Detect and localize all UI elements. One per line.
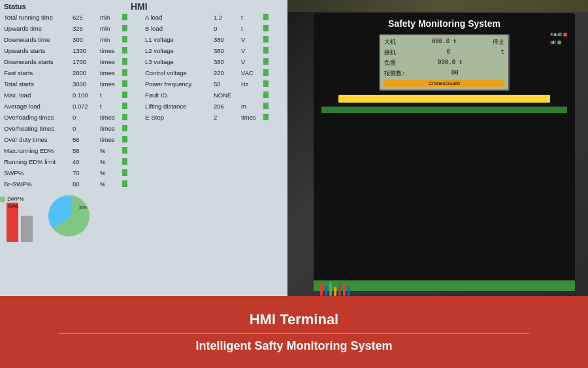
lcd-row-4: 报警数: 00 [384,69,504,78]
row-unit: t [241,25,262,32]
row-indicator [263,80,269,87]
lcd-screen: 大机 000.0 t 停止 接机 0 t 负重 000.0 t [379,34,510,91]
left-data-row: SWP% 70 % [4,167,142,178]
device-panel: Safety Monitoring System Fault ok [314,13,575,290]
row-label: Overloading times [4,114,73,121]
row-indicator [122,114,127,120]
row-indicator [263,58,269,65]
row-label: Lifting distance [145,103,214,110]
row-label: Total starts [4,80,73,88]
left-data-row: Max. load 0.100 t [4,90,142,100]
row-unit: times [241,114,262,121]
left-data-row: Downwards time 300 min [4,34,142,44]
right-data-row: Fault ID. NONE [145,90,284,100]
lcd-r4-mid: 00 [451,69,459,78]
ok-dot [557,41,561,44]
row-label: L2 voltage [145,47,214,54]
row-indicator [122,69,127,76]
lcd-r3-left: 负重 [384,59,396,67]
right-data-row: A load 1.2 t [145,12,284,22]
row-indicator [122,158,127,165]
row-value: 0 [73,125,100,132]
lcd-r1-right: 停止 [493,38,504,46]
lcd-r1-mid: 000.0 t [432,38,457,46]
row-indicator [122,25,127,31]
row-value: 40 [73,158,100,165]
row-indicator [263,14,269,20]
row-indicator [122,47,127,54]
bar-gray [21,216,33,242]
row-value: 0 [73,114,100,121]
fault-dot [563,33,567,37]
safety-monitoring-title: Safety Monitoring System [319,18,570,29]
row-indicator [122,36,127,42]
left-data-row: Max.running ED% 58 % [4,145,142,156]
row-label: SWP% [4,169,73,176]
row-unit: times [100,47,121,54]
lcd-r1-left: 大机 [384,38,396,46]
row-value: 300 [73,36,100,43]
fault-label: Fault [550,31,562,37]
banner-divider [59,333,529,334]
yellow-strip [338,95,550,103]
svg-text:30%: 30% [79,205,88,209]
row-value: NONE [214,92,241,99]
bottom-banner: HMI Terminal Intelligent Safty Monitorin… [0,296,588,368]
legend-swp-label: SWP% [7,196,24,202]
row-indicator [263,92,269,98]
row-indicator [122,80,127,87]
row-indicator [122,103,127,109]
row-indicator [122,169,127,176]
row-unit: % [100,180,121,188]
row-label: Br-SWP% [4,180,73,188]
main-container: Status Total running time 625 min Upward… [0,0,588,368]
row-unit: V [241,36,262,43]
row-label: Upwards starts [4,47,73,54]
left-data-row: Total starts 3000 times [4,78,142,89]
row-unit: Hz [241,80,262,88]
row-unit: t [100,92,121,99]
row-label: Fast starts [4,69,73,76]
row-label: Running ED% limit [4,158,73,165]
left-data-row: Fast starts 2800 times [4,67,142,78]
row-unit: times [100,58,121,65]
row-value: 80 [73,180,100,188]
left-data-row: Average load 0.072 t [4,101,142,111]
right-data-row: Power frequency 50 Hz [145,78,284,89]
row-indicator [263,114,269,120]
lcd-row-2: 接机 0 t [384,48,504,57]
row-unit: times [100,114,121,121]
row-unit: t [241,14,262,21]
wire-green [329,282,332,296]
row-value: 50 [214,80,241,88]
row-unit: V [241,47,262,54]
row-indicator [263,36,269,42]
row-unit: % [100,169,121,176]
lcd-row-1: 大机 000.0 t 停止 [384,38,504,46]
wire-orange [334,287,336,296]
row-unit: min [100,25,121,32]
row-unit: % [100,147,121,154]
connector-row-top [321,107,567,113]
lcd-r3-mid: 000.0 t [438,59,463,67]
row-value: 1300 [73,47,100,54]
left-data-row: Br-SWP% 80 % [4,178,142,189]
row-unit: m [241,103,262,110]
wire-red [320,283,323,296]
left-data-row: Upwards starts 1300 times [4,45,142,56]
legend-swp-val: 70% [0,203,24,209]
lcd-r4-left: 报警数: [384,69,405,78]
row-value: 380 [214,58,241,65]
right-data-column: A load 1.2 t B load 0 t L1 voltage 380 V… [145,12,284,190]
ok-label: ok [550,39,555,45]
data-section: Total running time 625 min Upwards time … [4,12,284,190]
wire-blue2 [348,286,350,296]
row-value: 0.072 [73,103,100,110]
left-data-column: Total running time 625 min Upwards time … [4,12,142,190]
pie-container: SWP% 70% 30% [39,190,105,242]
legend-dot-green [0,197,5,202]
row-unit: % [100,158,121,165]
lcd-r2-left: 接机 [384,48,396,57]
row-value: 206 [214,103,241,110]
lcd-row-3: 负重 000.0 t [384,59,504,67]
